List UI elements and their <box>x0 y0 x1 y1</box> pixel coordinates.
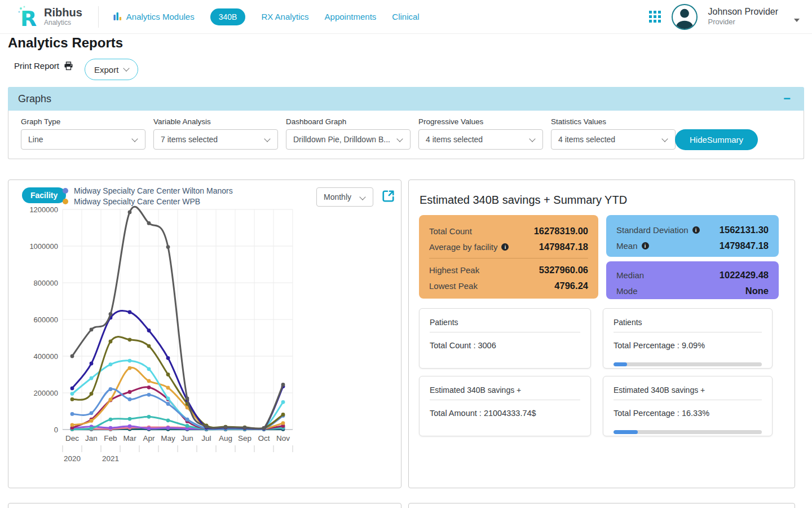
info-icon[interactable] <box>501 243 509 251</box>
data-point-marker <box>186 396 189 400</box>
progress-fill <box>614 430 638 434</box>
stat-label: Mean <box>616 241 638 251</box>
progressive-values-select[interactable]: 4 items selected <box>418 129 543 150</box>
select-value: 4 items selected <box>426 135 483 144</box>
next-panel-stub-left <box>8 503 401 508</box>
data-point-marker <box>109 340 113 344</box>
mini-card-title: Patients <box>430 318 580 332</box>
data-point-marker <box>262 426 266 430</box>
chevron-down-icon[interactable] <box>794 19 800 22</box>
chevron-down-icon <box>123 65 130 71</box>
filter-label: Graph Type <box>21 117 145 126</box>
data-point-marker <box>147 393 151 397</box>
main-nav: Analytics Modules 340B RX Analytics Appo… <box>113 8 420 25</box>
data-point-marker <box>205 425 209 429</box>
data-point-marker <box>166 245 170 249</box>
period-select[interactable]: Monthly <box>316 187 373 207</box>
data-point-marker <box>281 400 285 404</box>
data-point-marker <box>147 386 151 389</box>
stat-label: Mode <box>616 286 638 296</box>
chevron-down-icon <box>131 135 138 142</box>
stat-row: Mean 1479847.18 <box>616 238 769 253</box>
mini-card-line: Total Percentage : 16.33% <box>614 409 762 418</box>
collapse-minus-icon[interactable]: − <box>783 93 791 105</box>
stat-row: Average by facility 1479847.18 <box>429 239 588 255</box>
facility-line-chart: 020000040000060000080000010000001200000D… <box>17 205 294 470</box>
patients-count-card: Patients Total Count : 3006 <box>419 308 591 369</box>
next-panel-stub-right <box>408 503 795 508</box>
data-point-marker <box>147 329 151 332</box>
statistics-values-select[interactable]: 4 items selected <box>551 129 676 150</box>
select-value: Drilldown Pie, Drilldown B... <box>293 135 390 144</box>
x-axis-month-label: Oct <box>258 434 270 443</box>
graphs-panel-header[interactable]: Graphs − <box>8 87 804 111</box>
x-axis-month-label: Jan <box>85 434 98 443</box>
data-point-marker <box>128 424 132 428</box>
stat-label: Lowest Peak <box>429 281 478 291</box>
hide-summary-button[interactable]: HideSummary <box>675 129 758 150</box>
legend-item[interactable]: Midway Specialty Care Center Wilton Mano… <box>63 185 233 196</box>
data-point-marker <box>70 354 74 358</box>
data-point-marker <box>128 390 132 394</box>
facility-chart-card: Facility Midway Specialty Care Center Wi… <box>8 179 401 488</box>
info-icon[interactable] <box>642 242 649 249</box>
brand-logo[interactable]: R Ribhus Analytics <box>17 5 82 29</box>
nav-item-340b-active[interactable]: 340B <box>210 8 246 25</box>
filter-statistics-values: Statistics Values 4 items selected <box>551 117 676 150</box>
export-button[interactable]: Export <box>85 59 138 80</box>
data-point-marker <box>166 386 170 390</box>
median-stats-box: Median 1022429.48 Mode None <box>606 261 779 299</box>
data-point-marker <box>128 397 132 401</box>
data-point-marker <box>70 387 74 391</box>
filter-label: Statistics Values <box>551 117 676 126</box>
data-point-marker <box>109 426 113 430</box>
stat-label: Highest Peak <box>429 265 479 275</box>
data-point-marker <box>128 366 132 370</box>
x-axis-month-label: May <box>161 434 175 443</box>
y-axis-tick-label: 1200000 <box>29 205 58 214</box>
summary-card: Estimated 340B savings + Summary YTD Tot… <box>408 179 795 488</box>
facility-pill-button[interactable]: Facility <box>22 187 66 203</box>
nav-item-clinical[interactable]: Clinical <box>392 12 419 21</box>
stat-row: Median 1022429.48 <box>616 267 769 283</box>
user-menu[interactable]: Johnson Provider Provider <box>708 6 778 27</box>
apps-grid-icon[interactable] <box>649 11 661 23</box>
data-point-marker <box>109 362 113 366</box>
print-report-button[interactable]: Print Report <box>14 61 73 71</box>
y-axis-tick-label: 800000 <box>34 279 58 287</box>
nav-item-label: Appointments <box>325 12 377 21</box>
stat-value: 5327960.06 <box>539 265 588 275</box>
legend-label: Midway Specialty Care Center Wilton Mano… <box>74 186 233 195</box>
expand-fullscreen-icon[interactable] <box>381 189 395 203</box>
filter-label: Dashboard Graph <box>286 117 411 126</box>
chevron-down-icon <box>359 194 365 200</box>
stat-value: 16278319.00 <box>534 226 588 237</box>
mini-card-line: Total Percentage : 9.09% <box>614 341 762 350</box>
data-point-marker <box>166 396 170 400</box>
chevron-down-icon <box>661 135 668 142</box>
dashboard-graph-select[interactable]: Drilldown Pie, Drilldown B... <box>286 129 411 150</box>
stat-value: None <box>745 286 769 296</box>
filter-progressive-values: Progressive Values 4 items selected <box>418 117 543 150</box>
info-icon[interactable] <box>692 226 700 234</box>
x-axis-month-label: Sep <box>238 434 251 443</box>
data-point-marker <box>224 426 228 430</box>
stat-label: Median <box>616 270 644 280</box>
data-point-marker <box>147 427 151 431</box>
nav-item-rx-analytics[interactable]: RX Analytics <box>261 12 308 21</box>
chevron-down-icon <box>529 135 535 142</box>
data-point-marker <box>90 411 94 415</box>
nav-item-appointments[interactable]: Appointments <box>325 12 377 21</box>
user-avatar[interactable] <box>672 4 698 30</box>
stat-label: Total Count <box>429 226 472 236</box>
nav-item-analytics-modules[interactable]: Analytics Modules <box>113 12 195 21</box>
x-axis-month-label: Jul <box>201 434 211 443</box>
data-point-marker <box>147 379 151 383</box>
stat-row: Standard Deviation 1562131.30 <box>616 222 769 238</box>
graph-type-select[interactable]: Line <box>21 129 145 150</box>
stat-value: 1022429.48 <box>720 270 769 281</box>
data-point-marker <box>109 418 113 422</box>
page-title: Analytics Reports <box>8 35 123 51</box>
variable-analysis-select[interactable]: 7 items selected <box>153 129 278 150</box>
data-point-marker <box>147 367 151 371</box>
